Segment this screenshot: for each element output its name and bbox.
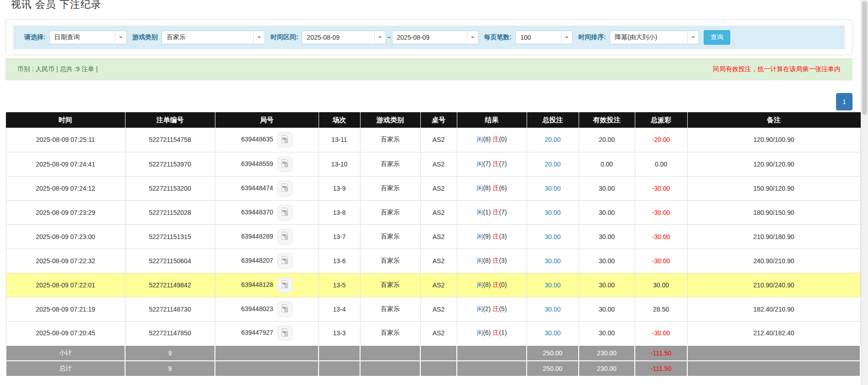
date-range-label: 时间区间:: [271, 33, 298, 42]
empty-cell: [215, 361, 319, 376]
banker-score: (3): [499, 257, 507, 264]
total-bet-link[interactable]: 30.00: [544, 233, 560, 240]
cell-game-type: 百家乐: [360, 249, 420, 273]
cell-result: 闲(9) 庄(3): [457, 224, 527, 249]
payout-value: -30.00: [652, 257, 670, 265]
video-replay-button[interactable]: [277, 132, 293, 147]
cell-table-no: AS2: [420, 321, 457, 345]
cell-total-bet: 30.00: [527, 200, 579, 224]
total-bet-link[interactable]: 20.00: [544, 136, 560, 143]
banker-result: 庄: [492, 233, 499, 240]
query-type-select[interactable]: 日期查询: [49, 31, 127, 44]
video-camera-icon: [280, 158, 290, 170]
video-camera-icon: [280, 231, 290, 242]
total-bet-link[interactable]: 30.00: [544, 185, 560, 192]
total-bet-link[interactable]: 20.00: [544, 161, 560, 168]
total-bet-link[interactable]: 30.00: [544, 209, 560, 216]
cell-note: 120.90/120.90: [687, 152, 860, 176]
cell-valid-bet: 0.00: [579, 152, 635, 176]
cell-bet-id: 522721152028: [125, 200, 215, 224]
video-replay-button[interactable]: [277, 277, 293, 293]
player-result: 闲: [476, 135, 483, 143]
cell-time: 2025-08-09 07:22:32: [6, 249, 125, 273]
video-replay-button[interactable]: [277, 302, 293, 317]
pagination: 1: [5, 93, 852, 110]
payout-value: 30.00: [653, 281, 669, 289]
chevron-down-icon: [253, 31, 265, 44]
total-bet-link[interactable]: 30.00: [544, 257, 560, 265]
table-header-row: 时间注单编号局号场次游戏类别桌号结果总投注有效投注总派彩备注: [6, 112, 860, 128]
chevron-down-icon: [374, 31, 386, 44]
banker-score: (7): [499, 160, 507, 167]
cell-result: 闲(1) 庄(7): [457, 200, 527, 224]
cell-valid-bet: 30.00: [579, 273, 635, 297]
total-payout: -111.50: [635, 361, 687, 376]
cell-note: 240.90/210.90: [687, 249, 860, 273]
total-bet-link[interactable]: 30.00: [544, 281, 560, 289]
cell-result: 闲(8) 庄(3): [457, 249, 527, 273]
cell-session: 13-8: [319, 200, 360, 224]
cell-valid-bet: 30.00: [579, 249, 635, 273]
pagination-page-1[interactable]: 1: [836, 93, 852, 110]
total-valid-bet: 230.00: [579, 361, 635, 376]
player-result: 闲: [476, 281, 483, 288]
video-replay-button[interactable]: [277, 181, 293, 196]
video-replay-button[interactable]: [277, 229, 293, 245]
cell-valid-bet: 30.00: [579, 224, 635, 249]
column-header: 结果: [457, 112, 527, 128]
video-replay-button[interactable]: [277, 253, 293, 269]
subtotal-label: 小计: [6, 345, 125, 361]
empty-cell: [687, 345, 860, 361]
cell-round: 639447927: [215, 321, 319, 345]
payout-value: 28.50: [653, 306, 669, 313]
video-camera-icon: [280, 182, 290, 194]
cell-round: 639448128: [215, 273, 319, 297]
banker-score: (5): [499, 305, 507, 312]
cell-game-type: 百家乐: [360, 273, 420, 297]
banker-result: 庄: [492, 329, 499, 336]
total-bet-link[interactable]: 30.00: [544, 306, 560, 313]
total-bet-link[interactable]: 30.00: [544, 329, 560, 337]
chevron-down-icon: [115, 31, 126, 44]
cell-time: 2025-08-09 07:21:19: [6, 297, 125, 321]
video-camera-icon: [280, 255, 290, 266]
cell-total-bet: 30.00: [527, 297, 579, 321]
cell-payout: -30.00: [635, 200, 687, 224]
cell-total-bet: 30.00: [527, 224, 579, 249]
table-row: 2025-08-09 07:24:41522721153970639448559…: [6, 152, 860, 176]
cell-payout: 30.00: [635, 273, 687, 297]
game-type-value: 百家乐: [162, 31, 253, 44]
cell-table-no: AS2: [420, 152, 457, 176]
empty-cell: [420, 345, 457, 361]
scrollbar-thumb[interactable]: [862, 1, 867, 115]
cell-payout: -30.00: [635, 176, 687, 200]
cell-bet-id: 522721150604: [125, 249, 215, 273]
table-row: 2025-08-09 07:23:00522721151315639448289…: [6, 224, 860, 249]
payout-value: 0.00: [655, 161, 667, 168]
date-from-input[interactable]: 2025-08-09: [302, 31, 386, 44]
cell-result: 闲(8) 庄(0): [457, 273, 527, 297]
cell-table-no: AS2: [420, 249, 457, 273]
date-to-input[interactable]: 2025-08-09: [392, 31, 479, 44]
page-size-select[interactable]: 100: [515, 31, 573, 44]
search-button[interactable]: 查询: [704, 30, 730, 45]
video-replay-button[interactable]: [277, 205, 293, 220]
betting-records-page: 视讯 会员 下注纪录 请选择: 日期查询 游戏类别 百家乐 时间区间: 2025…: [0, 0, 868, 377]
cell-result: 闲(8) 庄(6): [457, 176, 527, 200]
cell-total-bet: 20.00: [527, 128, 579, 152]
cell-session: 13-6: [319, 249, 360, 273]
video-replay-button[interactable]: [277, 325, 293, 341]
cell-table-no: AS2: [420, 128, 457, 152]
summary-bar: 币别 : 人民币 | 总共 :9 注单 | 同局有效投注，统一计算在该局第一张注…: [5, 58, 852, 80]
cell-total-bet: 20.00: [527, 152, 579, 176]
subtotal-total-bet: 250.00: [527, 345, 579, 361]
column-header: 备注: [687, 112, 860, 128]
round-id: 639448128: [241, 281, 273, 288]
video-replay-button[interactable]: [277, 156, 293, 172]
cell-note: 210.90/240.90: [687, 273, 860, 297]
notice-text: 同局有效投注，统一计算在该局第一张注单内: [713, 65, 841, 73]
sort-order-select[interactable]: 降冪(由大到小): [610, 31, 699, 44]
game-type-select[interactable]: 百家乐: [162, 31, 265, 44]
vertical-scrollbar[interactable]: [861, 0, 868, 385]
cell-round: 639448474: [215, 176, 319, 200]
